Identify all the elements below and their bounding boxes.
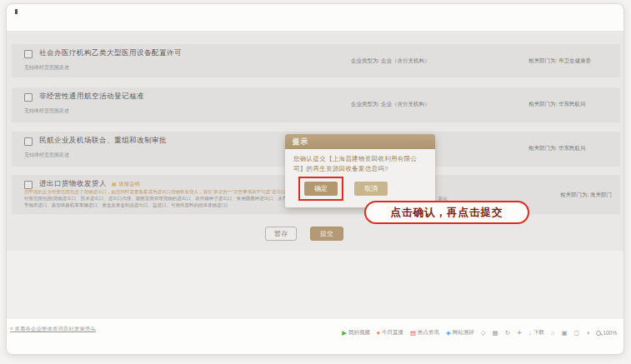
department-label: 相关部门为: 华东民航局 [528,145,586,152]
refresh-icon[interactable]: ↻ [505,329,510,337]
download-label: 下载 [533,329,544,337]
shield-icon[interactable]: ◇ [481,329,486,337]
filing-help-label: 填报说明 [118,182,140,187]
screen: 社会办医疗机构乙类大型医用设备配置许可 无特殊经营范围表述 企业类型为: 企业（… [0,0,631,364]
department-label: 相关部门为: 市卫生健康委 [528,57,591,65]
flame-icon: ♦ [377,329,380,337]
browser-page: 社会办医疗机构乙类大型医用设备配置许可 无特殊经营范围表述 企业类型为: 企业（… [6,3,624,355]
document-icon: ▤ [112,181,117,187]
news-icon: ▤ [410,329,416,337]
save-draft-button[interactable]: 暂存 [265,227,297,241]
tutorial-highlight-box [298,177,343,201]
license-subtext: 无特殊经营范围表述 [24,152,69,159]
cancel-button[interactable]: 取消 [354,182,388,196]
live-today-item[interactable]: ♦ 今日直播 [377,329,403,337]
hot-news-item[interactable]: ▤ 热点资讯 [410,329,439,337]
panel-icon[interactable]: ▦ [493,329,498,337]
my-videos-item[interactable]: ▶ 我的视频 [342,329,370,337]
tutorial-callout: 点击确认，再点击提交 [364,201,529,224]
bottom-bar: « 查看各企业整体查询良好发展势头 ▶ 我的视频 ♦ 今日直播 ▤ 热点资讯 ◈… [7,319,623,355]
department-label: 相关部门为: 海关部门 [560,192,612,199]
license-title: 非经营性通用航空活动登记核准 [39,92,144,102]
license-subtext: 无特殊经营范围表述 [24,107,69,115]
company-type-label: 企业类型为: 企业（含分支机构） [351,101,430,108]
live-today-label: 今日直播 [382,329,403,337]
checkbox[interactable] [24,181,33,189]
layers-icon[interactable]: ▣ [562,329,568,337]
checkbox[interactable] [24,137,33,146]
license-title: 民航企业及机场联合、重组和改制审批 [39,136,167,146]
site-review-label: 网站测评 [453,329,474,337]
license-title: 进出口货物收发货人▤ 填报说明 [39,179,140,189]
download-icon: ↓ [528,329,532,337]
bottom-left-link[interactable]: « 查看各企业整体查询良好发展势头 [10,326,96,333]
company-type-label: 企业类型为: 企业（含分支机构） [351,57,430,65]
hot-news-label: 热点资讯 [418,329,439,337]
page-footer: 政府网站 找错 ✦ 不良信息 举报中心 地址：人民大道200号 邮编：20000… [7,251,623,321]
zoom-level: 100% [603,330,617,336]
drop-icon: ◈ [446,329,451,337]
screenshot-icon[interactable]: ◻ [574,329,579,337]
license-subtext: 无特殊经营范围表述 [24,64,69,72]
checkbox[interactable] [24,50,33,58]
submit-button[interactable]: 提交 [310,227,343,241]
video-icon: ▶ [342,329,347,337]
browser-toolbar: ▶ 我的视频 ♦ 今日直播 ▤ 热点资讯 ◈ 网站测评 ◇ ▦ ↻ ✈ [342,329,617,337]
filing-help-link[interactable]: ▤ 填报说明 [112,181,140,188]
rocket-icon[interactable]: ✈ [517,329,522,337]
page-top-strip [7,4,623,31]
dialog-message: 您确认提交【上海昌建物资回收利用有限公司】的再生资源回收备案信息吗? [285,149,435,175]
download-item[interactable]: ↓ 下载 [528,329,544,337]
site-review-item[interactable]: ◈ 网站测评 [446,329,474,337]
my-videos-label: 我的视频 [348,329,370,337]
dialog-title: 提示 [285,134,435,149]
department-label: 相关部门为: 华东民航局 [528,101,586,108]
contrast-icon[interactable]: ◑ [586,329,590,337]
zoom-indicator[interactable]: 100% [596,330,617,336]
zoom-magnifier-icon [596,331,601,336]
home-icon[interactable]: ⌂ [551,329,555,337]
confirm-dialog: 提示 您确认提交【上海昌建物资回收利用有限公司】的再生资源回收备案信息吗? 确定… [285,134,435,207]
checkbox[interactable] [24,93,33,102]
license-row-2: 非经营性通用航空活动登记核准 无特殊经营范围表述 企业类型为: 企业（含分支机构… [12,87,620,122]
window-artifact [15,9,18,14]
license-title-text: 进出口货物收发货人 [39,179,107,187]
license-title: 社会办医疗机构乙类大型医用设备配置许可 [39,48,182,58]
license-row-1: 社会办医疗机构乙类大型医用设备配置许可 无特殊经营范围表述 企业类型为: 企业（… [12,44,620,77]
